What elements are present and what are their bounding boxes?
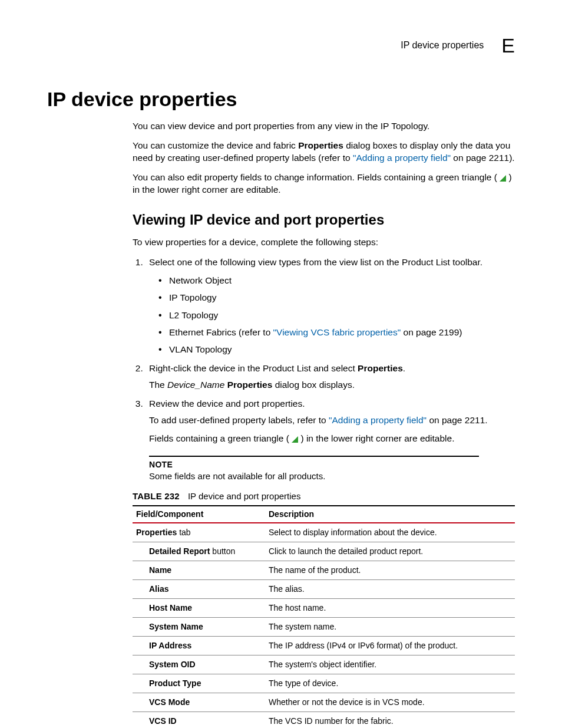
note-box: NOTE Some fields are not available for a… <box>149 456 479 482</box>
body: You can view device and port properties … <box>47 120 515 728</box>
text: The <box>149 380 167 390</box>
view-types-list: Network Object IP Topology L2 Topology E… <box>149 274 515 356</box>
field-suffix: tab <box>177 528 190 537</box>
field-name: System Name <box>149 622 203 631</box>
appendix-letter: E <box>501 35 515 55</box>
section-heading: Viewing IP device and port properties <box>133 212 515 228</box>
table-row: AliasThe alias. <box>133 579 515 598</box>
field-cell: Name <box>133 561 265 579</box>
term-properties: Properties <box>358 363 403 373</box>
step-3: Review the device and port properties. T… <box>146 397 515 445</box>
properties-table: Field/Component Description Properties t… <box>133 505 515 728</box>
table-row: Detailed Report buttonClick to launch th… <box>133 542 515 561</box>
table-title: IP device and port properties <box>188 491 301 501</box>
field-cell: IP Address <box>133 636 265 655</box>
step-body-text: Fields containing a green triangle ( ) i… <box>149 433 515 445</box>
running-header: IP device properties E <box>47 35 515 55</box>
description-cell: The system's object identifier. <box>265 655 515 674</box>
field-name: VCS ID <box>149 716 177 726</box>
list-item: VLAN Topology <box>169 343 515 355</box>
field-name: Product Type <box>149 678 201 688</box>
term-properties: Properties <box>227 380 273 390</box>
runhead-title: IP device properties <box>401 40 484 51</box>
text: . <box>403 363 405 373</box>
field-cell: Detailed Report button <box>133 542 265 561</box>
text: To add user-defined property labels, ref… <box>149 415 329 425</box>
table-row: VCS IDThe VCS ID number for the fabric. <box>133 711 515 728</box>
description-cell: Click to launch the detailed product rep… <box>265 542 515 561</box>
field-cell: Properties tab <box>133 523 265 542</box>
field-name: Properties <box>136 528 177 537</box>
text: You can also edit property fields to cha… <box>133 172 500 182</box>
list-item: Network Object <box>169 274 515 286</box>
text: Fields containing a green triangle ( <box>149 433 292 443</box>
text: Ethernet Fabrics (refer to <box>169 327 273 337</box>
description-cell: The name of the product. <box>265 561 515 579</box>
field-cell: VCS ID <box>133 711 265 728</box>
term-properties: Properties <box>298 140 343 150</box>
field-name: Host Name <box>149 603 192 612</box>
steps-list: Select one of the following view types f… <box>133 256 515 446</box>
link-adding-property-field[interactable]: "Adding a property field" <box>329 415 427 425</box>
variable-device-name: Device_Name <box>167 380 224 390</box>
section-lead: To view properties for a device, complet… <box>133 236 515 249</box>
step-2: Right-click the device in the Product Li… <box>146 362 515 391</box>
svg-marker-1 <box>292 436 298 443</box>
step-text: Select one of the following view types f… <box>149 257 482 267</box>
table-row: System NameThe system name. <box>133 617 515 636</box>
description-cell: The host name. <box>265 598 515 617</box>
link-viewing-vcs-fabric[interactable]: "Viewing VCS fabric properties" <box>273 327 401 337</box>
table-caption: TABLE 232IP device and port properties <box>133 490 515 502</box>
svg-marker-0 <box>500 175 506 182</box>
field-cell: VCS Mode <box>133 693 265 711</box>
text: Right-click the device in the Product Li… <box>149 363 358 373</box>
field-name: Name <box>149 565 171 575</box>
text: dialog box displays. <box>272 380 355 390</box>
field-name: Alias <box>149 584 168 594</box>
table-header-row: Field/Component Description <box>133 506 515 523</box>
description-cell: The VCS ID number for the fabric. <box>265 711 515 728</box>
list-item: Ethernet Fabrics (refer to "Viewing VCS … <box>169 326 515 338</box>
table-row: Product TypeThe type of device. <box>133 674 515 693</box>
table-row: System OIDThe system's object identifier… <box>133 655 515 674</box>
link-adding-property-field[interactable]: "Adding a property field" <box>353 153 451 163</box>
page: IP device properties E IP device propert… <box>0 0 562 728</box>
description-cell: The type of device. <box>265 674 515 693</box>
intro-p3: You can also edit property fields to cha… <box>133 172 515 196</box>
description-cell: Whether or not the device is in VCS mode… <box>265 693 515 711</box>
step-body: The Device_Name Properties dialog box di… <box>149 379 515 391</box>
field-cell: System Name <box>133 617 265 636</box>
intro-p1: You can view device and port properties … <box>133 120 515 133</box>
text: on page 2211. <box>427 415 487 425</box>
text: on page 2199) <box>401 327 462 337</box>
col-field: Field/Component <box>133 506 265 523</box>
description-cell: The system name. <box>265 617 515 636</box>
col-description: Description <box>265 506 515 523</box>
table-row: Properties tabSelect to display informat… <box>133 523 515 542</box>
text: on page 2211). <box>451 153 515 163</box>
table-row: IP AddressThe IP address (IPv4 or IPv6 f… <box>133 636 515 655</box>
description-cell: The alias. <box>265 579 515 598</box>
table-row: NameThe name of the product. <box>133 561 515 579</box>
field-cell: System OID <box>133 655 265 674</box>
note-text: Some fields are not available for all pr… <box>149 470 479 482</box>
field-name: System OID <box>149 660 196 669</box>
table-row: VCS ModeWhether or not the device is in … <box>133 693 515 711</box>
field-cell: Host Name <box>133 598 265 617</box>
table-row: Host NameThe host name. <box>133 598 515 617</box>
note-label: NOTE <box>149 459 479 470</box>
description-cell: The IP address (IPv4 or IPv6 format) of … <box>265 636 515 655</box>
field-suffix: button <box>210 546 235 556</box>
green-triangle-icon <box>500 175 506 182</box>
field-cell: Alias <box>133 579 265 598</box>
list-item: L2 Topology <box>169 309 515 321</box>
text: You can customize the device and fabric <box>133 140 298 150</box>
field-name: Detailed Report <box>149 546 210 556</box>
text: ) in the lower right corner are editable… <box>298 433 454 443</box>
step-body: To add user-defined property labels, ref… <box>149 414 515 445</box>
field-cell: Product Type <box>133 674 265 693</box>
step-text: Review the device and port properties. <box>149 398 305 409</box>
step-body-text: To add user-defined property labels, ref… <box>149 414 515 427</box>
intro-p2: You can customize the device and fabric … <box>133 140 515 164</box>
page-title: IP device properties <box>47 88 515 111</box>
